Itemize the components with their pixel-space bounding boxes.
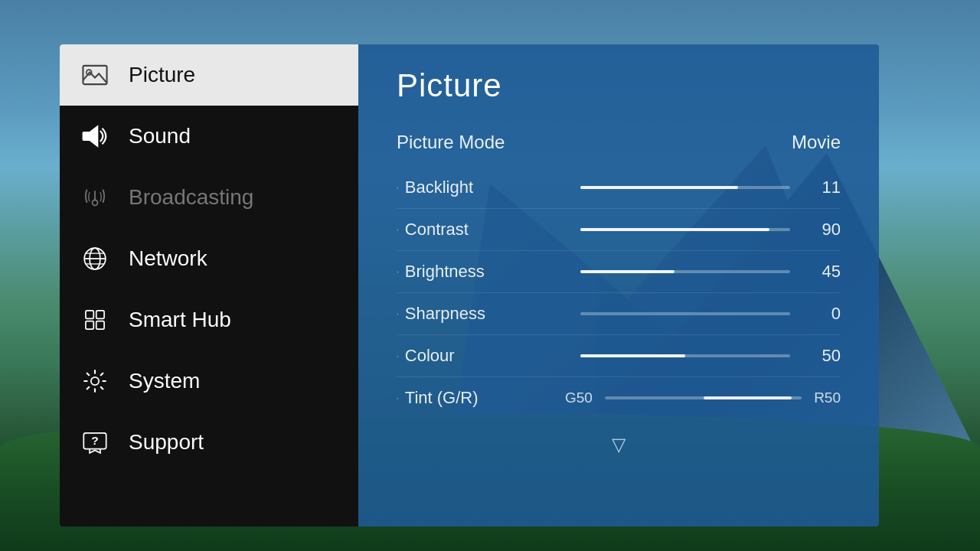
tint-r-label: R50 (814, 390, 841, 406)
sharpness-slider[interactable] (580, 312, 790, 315)
sidebar-item-broadcasting[interactable]: Broadcasting (60, 167, 358, 228)
sidebar-item-network[interactable]: Network (60, 228, 358, 289)
system-icon (78, 364, 112, 398)
svg-rect-11 (86, 311, 93, 318)
smarthub-icon (78, 303, 112, 337)
dot: · (397, 268, 399, 276)
dot: · (397, 310, 399, 318)
brightness-slider[interactable] (580, 270, 790, 273)
slider-track (580, 186, 790, 189)
network-icon (78, 242, 112, 276)
dot: · (397, 352, 399, 360)
sidebar-item-network-label: Network (129, 246, 207, 271)
sidebar-item-picture-label: Picture (129, 63, 195, 87)
backlight-value: 11 (805, 178, 841, 197)
setting-row-colour: · Colour 50 (397, 335, 841, 377)
sound-icon (78, 119, 112, 153)
slider-fill (580, 270, 675, 273)
svg-rect-2 (83, 132, 90, 140)
contrast-label: · Contrast (397, 220, 565, 240)
setting-row-tint: · Tint (G/R) G50 R50 (397, 377, 841, 419)
brightness-value: 45 (805, 262, 841, 282)
tint-slider[interactable] (605, 396, 802, 399)
content-panel: Picture Picture Mode Movie · Backlight 1… (358, 44, 879, 527)
dot: · (397, 226, 399, 234)
contrast-slider[interactable] (580, 228, 790, 231)
tint-fill (704, 396, 792, 399)
broadcasting-icon (78, 181, 112, 214)
colour-label: · Colour (397, 346, 565, 366)
sidebar-item-support[interactable]: ? Support (60, 412, 358, 473)
backlight-slider[interactable] (580, 186, 790, 189)
chevron-down-icon[interactable]: ▽ (397, 419, 841, 471)
tint-g-label: G50 (565, 390, 593, 406)
slider-fill (580, 228, 769, 231)
sidebar-item-smarthub-label: Smart Hub (129, 308, 231, 332)
sidebar-item-support-label: Support (129, 430, 204, 455)
colour-value: 50 (805, 346, 841, 366)
sidebar-item-smarthub[interactable]: Smart Hub (60, 289, 358, 350)
slider-fill (580, 354, 685, 357)
support-icon: ? (78, 425, 112, 459)
slider-track (580, 312, 790, 315)
svg-text:?: ? (91, 434, 99, 447)
picture-mode-row[interactable]: Picture Mode Movie (397, 126, 841, 167)
slider-track (580, 270, 790, 273)
svg-point-4 (93, 200, 98, 205)
setting-row-contrast: · Contrast 90 (397, 209, 841, 251)
content-title: Picture (397, 67, 841, 104)
ui-container: Picture Sound (60, 44, 879, 527)
setting-row-sharpness: · Sharpness 0 (397, 293, 841, 335)
sharpness-value: 0 (805, 304, 841, 324)
contrast-value: 90 (805, 220, 841, 240)
colour-slider[interactable] (580, 354, 790, 357)
dot: · (397, 184, 399, 192)
sidebar-item-broadcasting-label: Broadcasting (129, 185, 253, 210)
svg-marker-3 (90, 126, 97, 146)
dot: · (397, 394, 399, 403)
svg-rect-12 (96, 311, 104, 318)
sidebar: Picture Sound (60, 44, 358, 527)
picture-icon (78, 58, 112, 92)
slider-fill (580, 186, 738, 189)
sidebar-item-sound[interactable]: Sound (60, 106, 358, 167)
sidebar-item-system[interactable]: System (60, 350, 358, 412)
svg-rect-13 (86, 321, 93, 329)
slider-track (580, 354, 790, 357)
svg-rect-14 (96, 321, 104, 329)
sidebar-item-sound-label: Sound (129, 124, 191, 148)
sidebar-item-picture[interactable]: Picture (60, 44, 358, 106)
setting-row-backlight: · Backlight 11 (397, 167, 841, 209)
sharpness-label: · Sharpness (397, 304, 565, 324)
tint-label: · Tint (G/R) (397, 388, 565, 408)
backlight-label: · Backlight (397, 178, 565, 197)
setting-row-brightness: · Brightness 45 (397, 251, 841, 293)
brightness-label: · Brightness (397, 262, 565, 282)
slider-track (580, 228, 790, 231)
picture-mode-value: Movie (792, 132, 841, 153)
picture-mode-label: Picture Mode (397, 132, 505, 153)
svg-point-15 (91, 377, 99, 385)
sidebar-item-system-label: System (129, 369, 200, 393)
